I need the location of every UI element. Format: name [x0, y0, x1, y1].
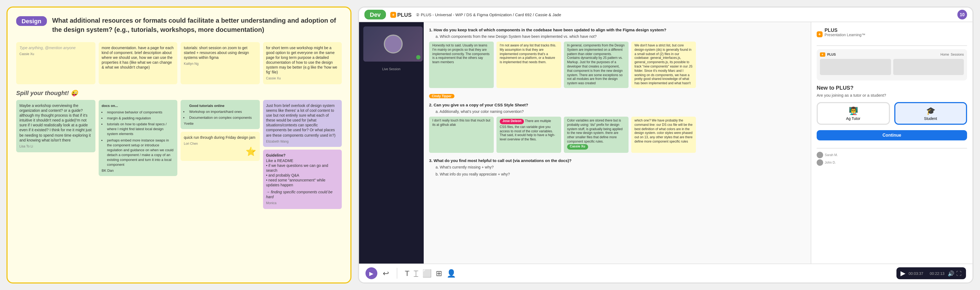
question-text: 2. Can you give us a copy of your CSS St…: [429, 103, 805, 107]
mockup-content: [820, 59, 964, 75]
sticky-note: more documentation. have a page for each…: [99, 42, 177, 84]
name-tag-row: Cindy Tipper: [429, 93, 805, 99]
sticky-note: Just from brief overlook of design syste…: [263, 100, 342, 147]
ui-mockup: + PLUS Home Sessions: [817, 49, 967, 80]
person-tool-icon[interactable]: 👤: [447, 269, 456, 277]
column-3: Good tutorials online Workshop on import…: [181, 100, 259, 209]
mini-sticky: In general, components from the Design S…: [564, 42, 628, 88]
mini-sticky: I'm not aware of any list that tracks th…: [496, 42, 561, 88]
text-tool-icon[interactable]: T: [405, 269, 409, 277]
sticky-row: I don't really touch this too that much …: [429, 117, 805, 152]
fullscreen-icon[interactable]: ⛶: [956, 270, 962, 276]
question-3: 3. What do you find most helpful to call…: [429, 158, 805, 176]
sticky-row: Honestly not to said. Usually on teams I…: [429, 42, 805, 88]
bottom-sticky-grid: Maybe a workshop overviewing the organiz…: [16, 100, 342, 209]
user-avatar: [817, 152, 823, 158]
tutor-role-card[interactable]: 👨‍🏫 Ag Tutor: [817, 102, 890, 125]
mockup-logo: +: [820, 52, 825, 57]
mockup-plus-text: PLUS: [827, 53, 836, 56]
annotation-tool[interactable]: ↩: [383, 269, 389, 277]
jose-tag: Jose Deleon: [500, 119, 524, 124]
topbar: Dev + PLUS ② PLUS - Universal - WIP / DS…: [359, 8, 972, 22]
join-question: Are you joining as a tutor or a student?: [817, 93, 967, 98]
design-question: What additional resources or formats cou…: [52, 16, 342, 34]
question-text: 1. How do you keep track of which compon…: [429, 27, 805, 32]
right-content: Live Session 1. How do you keep track of…: [359, 22, 972, 264]
mini-sticky: which one? We have probably the command …: [631, 117, 696, 152]
frame-tool-icon[interactable]: ⬜: [422, 269, 431, 277]
sticky-note: Good tutorials online Workshop on import…: [181, 100, 259, 129]
column-1: Maybe a workshop overviewing the organiz…: [16, 100, 95, 209]
video-controls: 🔊 ⛶: [948, 270, 962, 276]
cursor-tool-icon[interactable]: ⌶: [414, 269, 418, 277]
volume-icon[interactable]: 🔊: [948, 270, 954, 276]
mini-sticky: Color variables are stored there but is …: [564, 117, 628, 152]
speaker-avatar: [383, 35, 402, 53]
topbar-right: 10: [957, 10, 967, 19]
role-options[interactable]: 👨‍🏫 Ag Tutor 🎓 Student: [817, 102, 967, 125]
design-panel: Design What additional resources or form…: [6, 6, 352, 284]
user-avatar: [817, 159, 823, 166]
video-sidebar: Live Session: [359, 22, 424, 264]
design-badge: Design: [16, 16, 47, 26]
question-2: 2. Can you give us a copy of your CSS St…: [429, 103, 805, 152]
plus-sidebar: + PLUS Presentation Learning™ + PLUS Hom…: [811, 22, 972, 264]
top-sticky-grid: Type anything, @mention anyone Cassie Xu…: [16, 42, 342, 84]
sub-question-a: a. What's currently missing + why?: [436, 165, 805, 169]
plus-title-text: PLUS Presentation Learning™: [824, 27, 865, 41]
sticky-note: Guideline? Like a README • if we have qu…: [263, 150, 342, 209]
divider: [817, 45, 967, 46]
dev-panel: Dev + PLUS ② PLUS - Universal - WIP / DS…: [358, 6, 974, 284]
video-play-btn[interactable]: ▶: [900, 269, 905, 277]
sticky-note: for short term use workshop might be a g…: [263, 42, 342, 84]
video-player: ▶ 00:03:37 00:22:13 🔊 ⛶: [896, 267, 966, 279]
table-tool-icon[interactable]: ⊞: [436, 269, 442, 277]
mini-sticky: Jose Deleon There are multiple CSS files…: [496, 117, 561, 152]
section-label: Spill your thought! 😜: [16, 90, 342, 97]
sticky-note: Type anything, @mention anyone Cassie Xu: [16, 42, 95, 84]
video-current-time: 00:03:37: [908, 271, 923, 275]
video-label: Live Session: [363, 67, 419, 71]
question-text: 3. What do you find most helpful to call…: [429, 158, 805, 163]
cassie-tag: Cassie Xu: [567, 144, 588, 150]
plus-header: + PLUS Presentation Learning™: [817, 27, 967, 41]
main-content: 1. How do you keep track of which compon…: [424, 22, 811, 264]
new-to-plus-heading: New to PLUS?: [817, 85, 967, 91]
plus-logo: +: [817, 31, 822, 37]
sticky-note: docs on... responsive behavior of compon…: [99, 100, 177, 176]
mockup-card: [893, 59, 964, 75]
student-icon: 🎓: [898, 106, 963, 115]
question-1: 1. How do you keep track of which compon…: [429, 27, 805, 88]
breadcrumb: ② PLUS - Universal - WIP / DS & Figma Op…: [416, 12, 561, 17]
student-role-card[interactable]: 🎓 Student: [894, 102, 967, 125]
sub-question-b: b. What info do you really appreciate + …: [436, 172, 805, 176]
logo: + PLUS: [390, 11, 412, 18]
bottom-toolbar: ▶ ↩ T ⌶ ⬜ ⊞ 👤 ▶ 00:03:37 00:22:13 🔊 ⛶: [359, 264, 972, 282]
avatar: 10: [957, 10, 967, 19]
user-list: Sarah M. John D.: [817, 152, 967, 166]
dev-badge: Dev: [364, 10, 386, 19]
cindy-tag: Cindy Tipper: [429, 94, 454, 98]
mini-sticky: We don't have a strict list, but core de…: [631, 42, 696, 88]
mockup-topbar: + PLUS Home Sessions: [820, 52, 964, 57]
sticky-note: tutorials: short session on zoom to get …: [181, 42, 259, 84]
separator: [397, 268, 397, 279]
panel-header: Design What additional resources or form…: [16, 16, 342, 34]
video-total-time: 00:22:13: [930, 271, 945, 275]
play-button[interactable]: ▶: [366, 267, 377, 279]
mockup-card: [820, 59, 891, 75]
video-thumbnail: [363, 26, 423, 62]
column-4: Just from brief overlook of design syste…: [263, 100, 342, 209]
star-icon: ⭐: [245, 146, 256, 158]
sub-question: a. Additionally, what's your color namin…: [436, 110, 805, 114]
column-2: docs on... responsive behavior of compon…: [99, 100, 177, 209]
mockup-nav: Home Sessions: [940, 53, 964, 56]
continue-button[interactable]: Continue: [817, 130, 967, 140]
sticky-note: Maybe a workshop overviewing the organiz…: [16, 100, 95, 152]
mini-sticky: Honestly not to said. Usually on teams I…: [429, 42, 494, 88]
sticky-note: quick run through during Friday design j…: [181, 132, 259, 161]
mini-sticky: I don't really touch this too that much …: [429, 117, 494, 152]
toolbar-icons: T ⌶ ⬜ ⊞ 👤: [405, 269, 456, 277]
sub-question: a. Which components from the new Design …: [436, 35, 805, 38]
live-indicator: [416, 55, 420, 59]
